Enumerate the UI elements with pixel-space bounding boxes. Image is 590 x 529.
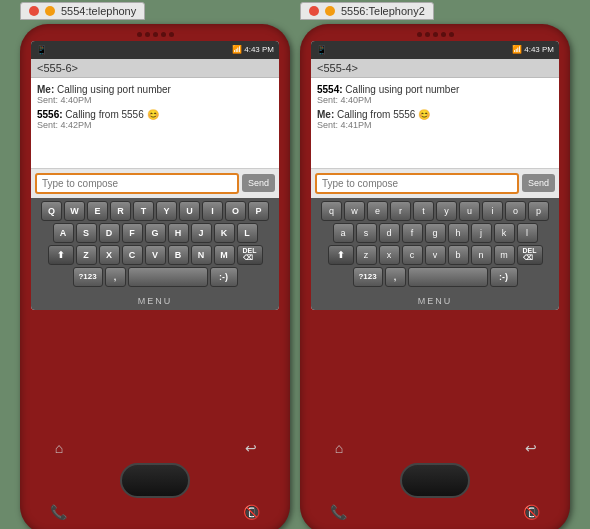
key2-m[interactable]: m	[494, 245, 515, 265]
key-shift[interactable]: ⬆	[48, 245, 74, 265]
phone2-back-btn[interactable]: ↩	[517, 437, 545, 459]
key2-l[interactable]: l	[517, 223, 538, 243]
phone1-status-icons: 📶 4:43 PM	[232, 45, 274, 54]
key-d[interactable]: D	[99, 223, 120, 243]
key2-y[interactable]: y	[436, 201, 457, 221]
phone1-call-btn[interactable]: 📞	[50, 504, 67, 520]
phone2-dots	[417, 32, 454, 37]
phone1-compose-input[interactable]	[35, 173, 239, 194]
key2-v[interactable]: v	[425, 245, 446, 265]
key-v[interactable]: V	[145, 245, 166, 265]
phone1-end-btn[interactable]: 📵	[243, 504, 260, 520]
phone1-home-btn[interactable]: ⌂	[45, 437, 73, 459]
phone1-send-button[interactable]: Send	[242, 174, 275, 192]
phone2-center-btn[interactable]	[400, 463, 470, 498]
key-h[interactable]: H	[168, 223, 189, 243]
win1-close[interactable]	[29, 6, 39, 16]
phone2-msg1-time: Sent: 4:40PM	[317, 95, 553, 105]
key-del[interactable]: DEL⌫	[237, 245, 263, 265]
phone2-home-btn[interactable]: ⌂	[325, 437, 353, 459]
phone2-time: 4:43 PM	[524, 45, 554, 54]
phone1-center-btn[interactable]	[120, 463, 190, 498]
key2-shift[interactable]: ⬆	[328, 245, 354, 265]
key2-b[interactable]: b	[448, 245, 469, 265]
key-p[interactable]: P	[248, 201, 269, 221]
key2-z[interactable]: z	[356, 245, 377, 265]
phone1-kb-row1: Q W E R T Y U I O P	[33, 201, 277, 221]
phone2-end-btn[interactable]: 📵	[523, 504, 540, 520]
dot	[145, 32, 150, 37]
phone2-message-1: 5554: Calling using port number Sent: 4:…	[317, 84, 553, 105]
key-a[interactable]: A	[53, 223, 74, 243]
key-smiley[interactable]: :-)	[210, 267, 238, 287]
key-s[interactable]: S	[76, 223, 97, 243]
phone1-messages: Me: Calling using port number Sent: 4:40…	[31, 78, 279, 168]
key-y[interactable]: Y	[156, 201, 177, 221]
phone2-msg2-time: Sent: 4:41PM	[317, 120, 553, 130]
key-t[interactable]: T	[133, 201, 154, 221]
phone1-message-2: 5556: Calling from 5556 😊 Sent: 4:42PM	[37, 109, 273, 130]
key2-x[interactable]: x	[379, 245, 400, 265]
key-k[interactable]: K	[214, 223, 235, 243]
key2-c[interactable]: c	[402, 245, 423, 265]
phone1-msg1-sender: Me:	[37, 84, 57, 95]
key2-i[interactable]: i	[482, 201, 503, 221]
key-q[interactable]: Q	[41, 201, 62, 221]
phone1-back-btn[interactable]: ↩	[237, 437, 265, 459]
key-z[interactable]: Z	[76, 245, 97, 265]
key-r[interactable]: R	[110, 201, 131, 221]
key2-u[interactable]: u	[459, 201, 480, 221]
key2-p[interactable]: p	[528, 201, 549, 221]
key2-g[interactable]: g	[425, 223, 446, 243]
phone2-status-bar: 📱 📶 4:43 PM	[311, 41, 559, 59]
phone1-signal: 📶	[232, 45, 242, 54]
key2-k[interactable]: k	[494, 223, 515, 243]
key2-j[interactable]: j	[471, 223, 492, 243]
key-l[interactable]: L	[237, 223, 258, 243]
key2-comma[interactable]: ,	[385, 267, 406, 287]
key2-s[interactable]: s	[356, 223, 377, 243]
key2-n[interactable]: n	[471, 245, 492, 265]
key-f[interactable]: F	[122, 223, 143, 243]
phone1-message-1: Me: Calling using port number Sent: 4:40…	[37, 84, 273, 105]
phone1-nav-top: ⌂ ↩	[35, 437, 275, 459]
key2-q[interactable]: q	[321, 201, 342, 221]
key-o[interactable]: O	[225, 201, 246, 221]
key-w[interactable]: W	[64, 201, 85, 221]
key2-a[interactable]: a	[333, 223, 354, 243]
key-u[interactable]: U	[179, 201, 200, 221]
key2-h[interactable]: h	[448, 223, 469, 243]
key2-smiley[interactable]: :-)	[490, 267, 518, 287]
key-b[interactable]: B	[168, 245, 189, 265]
key-i[interactable]: I	[202, 201, 223, 221]
key-g[interactable]: G	[145, 223, 166, 243]
phone2-bottom: ⌂ ↩ 📞 📵	[308, 310, 562, 526]
key-n[interactable]: N	[191, 245, 212, 265]
key-m[interactable]: M	[214, 245, 235, 265]
key2-del[interactable]: DEL⌫	[517, 245, 543, 265]
phone2-wrapper: 5556:Telephony2 📱 📶 4:43 PM	[300, 24, 570, 530]
key2-d[interactable]: d	[379, 223, 400, 243]
key2-space[interactable]	[408, 267, 488, 287]
win1-min[interactable]	[45, 6, 55, 16]
key2-w[interactable]: w	[344, 201, 365, 221]
key2-sym[interactable]: ?123	[353, 267, 383, 287]
key-comma[interactable]: ,	[105, 267, 126, 287]
key-space[interactable]	[128, 267, 208, 287]
key-j[interactable]: J	[191, 223, 212, 243]
phone2-send-button[interactable]: Send	[522, 174, 555, 192]
key-sym[interactable]: ?123	[73, 267, 103, 287]
key2-r[interactable]: r	[390, 201, 411, 221]
key-c[interactable]: C	[122, 245, 143, 265]
phone2-call-btn[interactable]: 📞	[330, 504, 347, 520]
key2-f[interactable]: f	[402, 223, 423, 243]
key2-e[interactable]: e	[367, 201, 388, 221]
key-x[interactable]: X	[99, 245, 120, 265]
phone2-compose-input[interactable]	[315, 173, 519, 194]
key2-t[interactable]: t	[413, 201, 434, 221]
key-e[interactable]: E	[87, 201, 108, 221]
key2-o[interactable]: o	[505, 201, 526, 221]
phone1-phone-icon: 📱	[36, 45, 47, 55]
win2-close[interactable]	[309, 6, 319, 16]
win2-min[interactable]	[325, 6, 335, 16]
